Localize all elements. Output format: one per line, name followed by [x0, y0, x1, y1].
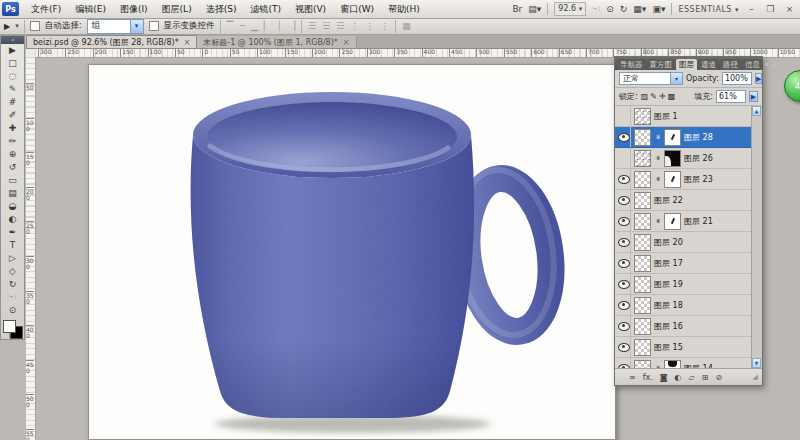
layer-visibility-toggle[interactable] — [617, 337, 631, 357]
tool-gradient-tool[interactable]: ▤ — [2, 187, 23, 200]
tool-type-tool[interactable]: T — [2, 239, 23, 252]
panel-close-icon[interactable]: × — [772, 60, 779, 69]
scrollbar[interactable]: ▲ ▼ — [751, 106, 762, 368]
layer-name[interactable]: 图层 1 — [654, 111, 678, 122]
layer-thumbnail[interactable] — [634, 360, 651, 369]
layer-name[interactable]: 图层 22 — [654, 195, 683, 206]
menu-image[interactable]: 图像(I) — [113, 0, 155, 18]
menu-view[interactable]: 视图(V) — [288, 0, 333, 18]
panel-tab-1[interactable]: 导航器 — [617, 59, 646, 70]
workspace-switcher[interactable]: ESSENTIALS ▾ — [678, 5, 739, 14]
resize-grip-icon[interactable]: ◢ — [753, 373, 758, 381]
layer-name[interactable]: 图层 14 — [684, 363, 713, 369]
align-top-edges-icon[interactable]: ▔ — [226, 21, 235, 31]
layer-visibility-toggle[interactable] — [617, 274, 631, 294]
layer-visibility-toggle[interactable] — [617, 253, 631, 273]
panel-tab-5[interactable]: 路径 — [720, 59, 741, 70]
layer-visibility-toggle[interactable] — [617, 169, 631, 189]
tool-marquee-tool[interactable]: □ — [2, 57, 23, 70]
tool-dodge-tool[interactable]: ◐ — [2, 213, 23, 226]
layer-visibility-toggle[interactable] — [617, 358, 631, 368]
layer-thumbnail[interactable] — [634, 339, 651, 356]
fill-field[interactable]: 61% — [716, 90, 746, 103]
tab-close-icon[interactable]: × — [184, 38, 191, 47]
layer-row[interactable]: ∞图层 26 — [615, 148, 752, 169]
layer-thumbnail[interactable] — [634, 234, 651, 251]
delete-layer-icon[interactable]: ⊘ — [715, 373, 722, 382]
layer-name[interactable]: 图层 19 — [654, 279, 683, 290]
layer-row[interactable]: 图层 22 — [615, 190, 752, 211]
document-tab[interactable]: 未标题-1 @ 100% (图层 1, RGB/8)*× — [197, 36, 356, 48]
link-layers-icon[interactable]: ∞ — [629, 373, 636, 382]
distribute-right-edges-icon[interactable]: ⋮ — [379, 21, 390, 31]
layer-name[interactable]: 图层 23 — [684, 174, 713, 185]
layer-mask-thumbnail[interactable] — [664, 150, 681, 167]
lock-position-icon[interactable]: ✛ — [659, 92, 666, 101]
tool-shape-tool[interactable]: ◇ — [2, 265, 23, 278]
rotate-view-icon[interactable]: ↻ — [620, 1, 628, 17]
align-left-edges-icon[interactable]: ▏ — [263, 21, 272, 31]
menu-window[interactable]: 窗口(W) — [333, 0, 381, 18]
layer-name[interactable]: 图层 28 — [684, 132, 713, 143]
align-right-edges-icon[interactable]: ▕ — [287, 21, 296, 31]
hand-icon[interactable]: ☜ — [592, 1, 600, 17]
layer-visibility-toggle[interactable] — [617, 211, 631, 231]
layer-visibility-toggle[interactable] — [617, 190, 631, 210]
layer-row[interactable]: ∞图层 21 — [615, 211, 752, 232]
tool-clone-stamp-tool[interactable]: ⊕ — [2, 148, 23, 161]
layer-mask-thumbnail[interactable] — [664, 360, 681, 369]
auto-select-checkbox[interactable] — [30, 21, 40, 31]
menu-select[interactable]: 选择(S) — [199, 0, 244, 18]
layer-row[interactable]: ∞图层 28 — [615, 127, 752, 148]
blend-mode-select[interactable]: 正常 ▾ — [619, 72, 683, 85]
layer-row[interactable]: ∞图层 23 — [615, 169, 752, 190]
layer-visibility-toggle[interactable] — [617, 106, 631, 126]
distribute-bottom-edges-icon[interactable]: ☲ — [335, 21, 345, 31]
adjustment-layer-icon[interactable]: ◐ — [675, 373, 682, 382]
launch-bridge-icon[interactable]: Br — [512, 1, 522, 17]
layer-thumbnail[interactable] — [634, 213, 651, 230]
opacity-field[interactable]: 100% — [722, 72, 752, 85]
layer-name[interactable]: 图层 16 — [654, 321, 683, 332]
align-vertical-centers-icon[interactable]: ─ — [238, 21, 245, 31]
tool-zoom-tool[interactable]: ⊙ — [2, 304, 23, 317]
layer-name[interactable]: 图层 17 — [654, 258, 683, 269]
layer-thumbnail[interactable] — [634, 171, 651, 188]
opacity-spinner-icon[interactable]: ▶ — [755, 73, 762, 84]
layer-style-icon[interactable]: fx. — [643, 373, 653, 382]
tool-history-brush-tool[interactable]: ↺ — [2, 161, 23, 174]
distribute-vertical-centers-icon[interactable]: ☱ — [321, 21, 331, 31]
toolbox-collapse-button[interactable]: « — [1, 36, 24, 44]
tool-eyedropper-tool[interactable]: ✐ — [2, 109, 23, 122]
layer-row[interactable]: 图层 16 — [615, 316, 752, 337]
layer-thumbnail[interactable] — [634, 255, 651, 272]
layer-row[interactable]: 图层 15 — [615, 337, 752, 358]
layer-visibility-toggle[interactable] — [617, 148, 631, 168]
layer-mask-thumbnail[interactable] — [664, 129, 681, 146]
screen-mode-icon[interactable]: ▣▾ — [652, 1, 665, 17]
layer-thumbnail[interactable] — [634, 318, 651, 335]
menu-layer[interactable]: 图层(L) — [155, 0, 199, 18]
tool-brush-tool[interactable]: ✏ — [2, 135, 23, 148]
layer-name[interactable]: 图层 15 — [654, 342, 683, 353]
tool-move-tool[interactable]: ▶ — [2, 44, 23, 57]
foreground-color-swatch[interactable] — [3, 320, 16, 333]
layer-visibility-toggle[interactable] — [617, 316, 631, 336]
scroll-up-button[interactable]: ▲ — [752, 106, 761, 116]
restore-button[interactable]: ❐ — [764, 4, 777, 14]
tool-eraser-tool[interactable]: ▭ — [2, 174, 23, 187]
zoom-level-field[interactable]: 92.6 ▾ — [554, 2, 586, 16]
align-horizontal-centers-icon[interactable]: │ — [276, 21, 283, 31]
zoom-tool-icon[interactable]: ⊙ — [606, 1, 614, 17]
tool-rotate-3d-tool[interactable]: ↻ — [2, 278, 23, 291]
layer-row[interactable]: 图层 18 — [615, 295, 752, 316]
menu-help[interactable]: 帮助(H) — [381, 0, 427, 18]
layer-name[interactable]: 图层 18 — [654, 300, 683, 311]
layer-thumbnail[interactable] — [634, 192, 651, 209]
layer-row[interactable]: 图层 19 — [615, 274, 752, 295]
tool-pen-tool[interactable]: ✒ — [2, 226, 23, 239]
panel-tab-3[interactable]: 图层 — [676, 59, 697, 70]
tool-hand-tool[interactable]: ☜ — [2, 291, 23, 304]
panel-collapse-icon[interactable]: « — [764, 60, 769, 69]
auto-align-layers-icon[interactable]: ▦ — [401, 21, 412, 31]
